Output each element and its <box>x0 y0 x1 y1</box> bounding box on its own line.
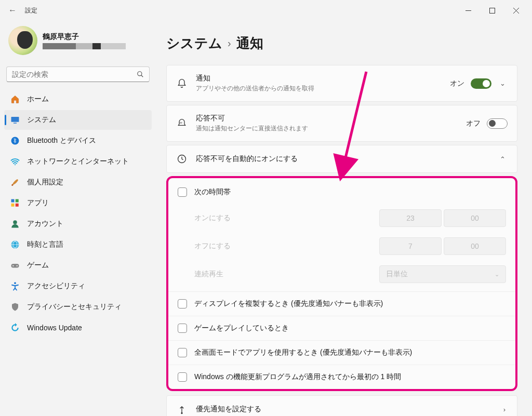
chevron-down-icon: ⌄ <box>495 271 499 278</box>
timeband-label: 次の時間帯 <box>194 187 231 197</box>
sidebar-item-system[interactable]: システム <box>4 110 152 130</box>
off-time-label: オフにする <box>194 241 379 251</box>
svg-point-23 <box>181 413 182 414</box>
svg-rect-11 <box>11 199 15 203</box>
sidebar-item-account[interactable]: アカウント <box>4 214 152 234</box>
timeband-row[interactable]: 次の時間帯 <box>168 178 515 204</box>
chevron-right-icon: › <box>228 37 231 49</box>
auto-dnd-row[interactable]: 応答不可を自動的にオンにする ⌃ <box>167 145 517 172</box>
sidebar-item-accessibility[interactable]: アクセシビリティ <box>4 276 152 296</box>
chevron-right-icon[interactable]: › <box>501 406 508 413</box>
back-button[interactable]: ← <box>4 2 21 19</box>
dnd-icon: zz <box>176 118 188 129</box>
search-input[interactable] <box>12 70 137 78</box>
sidebar-item-label: システム <box>27 115 56 125</box>
sidebar-item-privacy[interactable]: プライバシーとセキュリティ <box>4 297 152 317</box>
sidebar-item-home[interactable]: ホーム <box>4 89 152 109</box>
repeat-value: 日単位 <box>386 270 408 279</box>
svg-rect-6 <box>11 117 19 122</box>
sidebar-item-time[interactable]: 時刻と言語 <box>4 235 152 254</box>
system-icon <box>10 115 20 125</box>
off-minute-field[interactable]: 00 <box>444 237 506 255</box>
chevron-up-icon[interactable]: ⌃ <box>498 155 508 163</box>
sidebar-item-update[interactable]: Windows Update <box>4 318 152 338</box>
priority-icon <box>176 404 188 414</box>
wifi-icon <box>10 157 20 166</box>
after-update-checkbox[interactable] <box>178 372 187 382</box>
profile-sub-redacted <box>43 43 126 49</box>
row-title: 優先通知を設定する <box>196 405 493 414</box>
priority-notifications-row[interactable]: 優先通知を設定する › <box>167 396 517 416</box>
sidebar-item-label: 時刻と言語 <box>27 240 63 249</box>
off-hour-field[interactable]: 7 <box>379 237 442 255</box>
sidebar-item-label: 個人用設定 <box>27 178 63 187</box>
breadcrumb-current: 通知 <box>236 34 263 52</box>
sidebar-item-label: アプリ <box>27 198 49 208</box>
title-bar: ← 設定 <box>0 0 532 21</box>
duplicate-display-row[interactable]: ディスプレイを複製するとき (優先度通知バナーも非表示) <box>168 291 515 316</box>
close-button[interactable] <box>504 2 528 19</box>
fullscreen-app-label: 全画面モードでアプリを使用するとき (優先度通知バナーも非表示) <box>194 348 412 357</box>
playing-game-row[interactable]: ゲームをプレイしているとき <box>168 316 515 340</box>
bell-icon <box>176 78 188 89</box>
svg-text:zz: zz <box>180 121 183 124</box>
svg-rect-7 <box>14 123 17 124</box>
maximize-button[interactable] <box>480 2 504 19</box>
repeat-label: 連続再生 <box>194 270 379 279</box>
on-minute-field[interactable]: 00 <box>444 209 506 227</box>
on-hour-field[interactable]: 23 <box>379 209 442 227</box>
main-panel: システム › 通知 通知 アプリやその他の送信者からの通知を取得 オン ⌄ <box>156 21 532 416</box>
sidebar-item-bluetooth[interactable]: Bluetooth とデバイス <box>4 131 152 151</box>
apps-icon <box>10 198 20 208</box>
playing-game-label: ゲームをプレイしているとき <box>194 324 289 333</box>
sidebar-item-label: プライバシーとセキュリティ <box>27 302 122 312</box>
timeband-checkbox[interactable] <box>178 187 187 197</box>
notifications-row[interactable]: 通知 アプリやその他の送信者からの通知を取得 オン ⌄ <box>167 65 517 101</box>
sidebar-item-label: ネットワークとインターネット <box>27 157 129 166</box>
fullscreen-app-row[interactable]: 全画面モードでアプリを使用するとき (優先度通知バナーも非表示) <box>168 340 515 365</box>
auto-dnd-expanded-highlight: 次の時間帯 オンにする 23 00 オフにする 7 00 <box>166 176 517 391</box>
window-title: 設定 <box>25 6 37 15</box>
svg-point-10 <box>11 184 13 186</box>
search-box[interactable] <box>6 66 150 82</box>
breadcrumb: システム › 通知 <box>166 34 517 52</box>
after-update-row[interactable]: Windows の機能更新プログラムが適用されてから最初の 1 時間 <box>168 365 515 389</box>
after-update-label: Windows の機能更新プログラムが適用されてから最初の 1 時間 <box>194 372 401 382</box>
dnd-row[interactable]: zz 応答不可 通知は通知センターに直接送信されます オフ <box>167 105 517 141</box>
sidebar-item-label: Bluetooth とデバイス <box>27 136 96 145</box>
sidebar: 鶴原早恵子 ホーム システム Bluetooth とデバイス <box>0 21 156 416</box>
sidebar-item-apps[interactable]: アプリ <box>4 193 152 213</box>
fullscreen-app-checkbox[interactable] <box>178 348 187 357</box>
minimize-button[interactable] <box>456 2 480 19</box>
row-subtitle: 通知は通知センターに直接送信されます <box>196 124 458 133</box>
svg-point-4 <box>138 72 142 76</box>
chevron-down-icon[interactable]: ⌄ <box>498 79 508 87</box>
home-icon <box>10 95 20 104</box>
sidebar-item-label: Windows Update <box>27 324 82 332</box>
profile-block[interactable]: 鶴原早恵子 <box>4 21 152 64</box>
svg-point-20 <box>14 282 16 284</box>
dnd-toggle[interactable] <box>487 118 508 129</box>
sidebar-item-network[interactable]: ネットワークとインターネット <box>4 152 152 171</box>
playing-game-checkbox[interactable] <box>178 324 187 333</box>
brush-icon <box>10 178 20 187</box>
sidebar-item-label: アクセシビリティ <box>27 281 85 291</box>
sidebar-item-label: アカウント <box>27 219 63 229</box>
svg-rect-17 <box>11 264 19 268</box>
svg-rect-13 <box>11 204 15 207</box>
sidebar-item-gaming[interactable]: ゲーム <box>4 256 152 275</box>
clock-icon <box>176 154 188 164</box>
duplicate-display-checkbox[interactable] <box>178 299 187 308</box>
row-subtitle: アプリやその他の送信者からの通知を取得 <box>196 84 442 93</box>
update-icon <box>10 323 20 332</box>
game-icon <box>10 261 20 270</box>
account-icon <box>10 219 20 229</box>
sidebar-item-personalization[interactable]: 個人用設定 <box>4 172 152 192</box>
row-title: 応答不可を自動的にオンにする <box>196 154 489 164</box>
duplicate-display-label: ディスプレイを複製するとき (優先度通知バナーも非表示) <box>194 299 383 308</box>
repeat-dropdown[interactable]: 日単位 ⌄ <box>379 265 506 283</box>
breadcrumb-parent[interactable]: システム <box>166 34 222 52</box>
shield-icon <box>10 302 20 312</box>
notifications-toggle[interactable] <box>471 78 491 89</box>
time-icon <box>10 240 20 249</box>
